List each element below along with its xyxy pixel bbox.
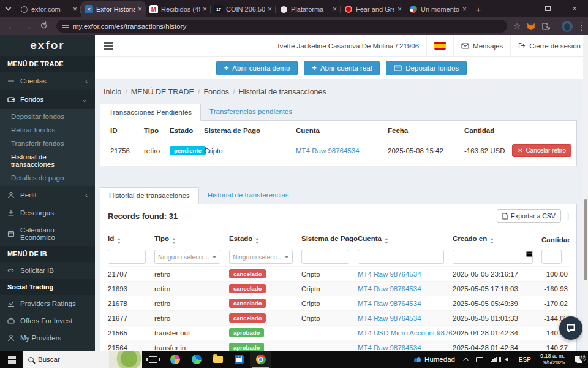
site-info-icon[interactable] (62, 25, 69, 28)
sidebar-item-cuentas[interactable]: Cuentas ‹ (0, 72, 95, 90)
sidebar-item-providers-ratings[interactable]: Providers Ratings (0, 295, 95, 312)
tab-close-icon[interactable]: × (268, 6, 272, 13)
sidebar-item-my-providers[interactable]: My Providers (0, 329, 95, 347)
taskbar-app-store[interactable] (228, 351, 250, 368)
filter-sistema-input[interactable] (301, 250, 349, 264)
col-creado[interactable]: Creado en (453, 232, 541, 247)
logout-button[interactable]: Cierre de sesión (510, 35, 588, 56)
browser-tab-un-momento[interactable]: Un momento... × (405, 1, 470, 17)
col-cantidad[interactable]: Cantidad (541, 232, 570, 247)
language-indicator[interactable]: ESP (514, 356, 535, 363)
breadcrumb-menu-trade[interactable]: MENÚ DE TRADE (131, 88, 194, 96)
account-link[interactable]: MT4 Raw 98764534 (358, 315, 421, 322)
deposit-funds-button[interactable]: Depositar fondos (386, 61, 467, 75)
action-center-button[interactable]: 12 (570, 356, 588, 363)
back-button[interactable]: ← (5, 21, 18, 31)
minimize-button[interactable]: – (507, 0, 534, 17)
filter-id-input[interactable] (108, 250, 146, 264)
browser-tab-active[interactable]: ✕ Exfor Historial de t × (81, 1, 146, 17)
sidebar-item-calendario[interactable]: Calendario Económico (0, 221, 95, 246)
hidden-icons-button[interactable] (461, 358, 472, 361)
col-tipo[interactable]: Tipo (154, 232, 229, 247)
account-link[interactable]: MT4 Raw 98764534 (358, 270, 421, 278)
profile-avatar[interactable] (562, 21, 573, 32)
breadcrumb-fondos[interactable]: Fondos (203, 88, 229, 96)
tab-close-icon[interactable]: × (203, 6, 207, 13)
metamask-icon[interactable] (526, 22, 536, 31)
task-view-button[interactable] (142, 351, 164, 368)
filter-cantidad-input[interactable] (541, 250, 562, 264)
taskbar-app-chrome[interactable] (250, 351, 271, 368)
language-selector[interactable] (426, 35, 453, 56)
exfor-logo[interactable]: exfor (0, 35, 95, 56)
taskbar-app-photos[interactable] (164, 351, 186, 368)
browser-menu-icon[interactable]: ⋮⋮ (578, 24, 582, 29)
taskbar-app-edge[interactable] (186, 351, 207, 368)
refresh-button[interactable] (37, 21, 50, 31)
tab-close-icon[interactable]: × (138, 6, 142, 13)
sidebar-item-fondos[interactable]: Fondos ⌄ (0, 90, 95, 109)
calendar-icon[interactable] (526, 250, 533, 258)
taskbar-app-explorer[interactable] (207, 351, 228, 368)
forward-button[interactable]: → (21, 21, 34, 31)
sidebar-item-historial[interactable]: Historial de transacciones (0, 150, 95, 171)
sidebar-item-solicitar-ib[interactable]: Solicitar IB (0, 262, 95, 279)
sidebar-toggle-icon[interactable] (95, 42, 121, 50)
sidebar-item-my-subscriptions[interactable]: My Subscriptions (0, 347, 95, 351)
filter-estado-select[interactable]: Ninguno selecciona... (229, 250, 293, 264)
account-link[interactable]: MT4 USD Micro Account 98764515 (358, 329, 453, 337)
browser-tab-plataforma[interactable]: Plataforma – Pro T × (276, 1, 341, 17)
cancel-withdrawal-button[interactable]: ✕ Cancelar retiro (512, 144, 571, 157)
browser-tab-coin[interactable]: 17 COIN 206,50 ▲ +5 × (211, 1, 276, 17)
messages-button[interactable]: Mensajes (453, 35, 510, 56)
scrollbar-thumb[interactable] (584, 199, 587, 280)
column-toggle-icon[interactable]: | (567, 212, 569, 220)
page-scrollbar[interactable] (583, 35, 588, 351)
filter-creado-input[interactable] (453, 250, 533, 264)
start-button[interactable] (0, 351, 23, 368)
account-link[interactable]: MT4 Raw 98764534 (358, 300, 421, 307)
address-bar[interactable]: my.exfor.com/es/transactions/history (56, 20, 507, 33)
account-link[interactable]: MT4 Raw 98764534 (358, 285, 421, 293)
taskbar-search[interactable]: Buscar (23, 351, 142, 368)
col-id[interactable]: Id (108, 232, 154, 247)
volume-tray-icon[interactable] (501, 357, 514, 362)
taskbar-clock[interactable]: 9:18 a. m. 9/5/2025 (535, 353, 570, 367)
sidebar-item-descargas[interactable]: Descargas (0, 204, 95, 221)
tab-search-button[interactable] (0, 0, 16, 17)
tab-close-icon[interactable]: × (462, 6, 467, 13)
maximize-button[interactable] (534, 0, 561, 17)
tab-historial-transferencias[interactable]: Historial de transferencias (199, 187, 298, 204)
sidebar-item-detalles[interactable]: Detalles de pago (0, 171, 95, 185)
account-link[interactable]: MT4 Raw 98764534 (296, 147, 360, 155)
tab-close-icon[interactable]: × (333, 6, 337, 13)
sidebar-item-offers-invest[interactable]: Offers For Invest (0, 312, 95, 329)
browser-tab-gmail[interactable]: M Recibidos (49) - e × (146, 1, 211, 17)
sidebar-item-depositar[interactable]: Depositar fondos (0, 110, 95, 123)
col-cuenta[interactable]: Cuenta (358, 232, 453, 247)
new-tab-button[interactable]: + (470, 1, 486, 17)
breadcrumb-inicio[interactable]: Inicio (104, 88, 121, 96)
col-sistema[interactable]: Sistema de Pago (301, 232, 358, 247)
display-tray-icon[interactable] (472, 357, 487, 362)
account-link[interactable]: MT4 Raw 98764534 (358, 344, 421, 351)
browser-tab-exfor-com[interactable]: exfor.com × (16, 1, 81, 17)
extensions-puzzle-icon[interactable] (541, 22, 550, 31)
sidebar-item-transferir[interactable]: Transferir fondos (0, 137, 95, 150)
open-real-account-button[interactable]: + Abrir cuenta real (304, 61, 380, 75)
tab-transacciones-pendientes[interactable]: Transacciones Pendientes (100, 104, 201, 121)
tab-close-icon[interactable]: × (73, 6, 77, 13)
close-button[interactable]: × (561, 0, 588, 17)
col-estado[interactable]: Estado (229, 232, 301, 247)
tab-transferencias-pendientes[interactable]: Transferencias pendientes (201, 104, 301, 121)
chat-widget-button[interactable] (559, 316, 582, 340)
user-name[interactable]: Ivette Jackeline Casanova De Molina / 21… (270, 35, 426, 56)
sidebar-item-perfil[interactable]: Perfil ‹ (0, 186, 95, 204)
open-demo-account-button[interactable]: + Abrir cuenta demo (216, 61, 298, 75)
weather-widget[interactable]: Humedad (410, 356, 461, 363)
sidebar-item-retirar[interactable]: Retirar fondos (0, 123, 95, 137)
export-csv-button[interactable]: Exportar a CSV (497, 209, 561, 223)
tab-close-icon[interactable]: × (398, 6, 402, 13)
filter-cuenta-input[interactable] (358, 250, 444, 264)
bookmark-star-icon[interactable]: ☆ (513, 21, 521, 31)
